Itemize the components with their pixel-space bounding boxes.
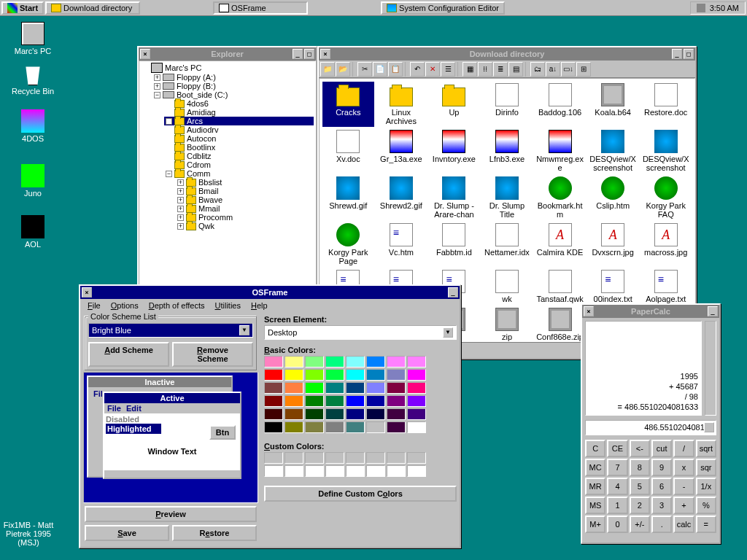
tool-list[interactable]: ≣ <box>493 62 508 77</box>
tree-item[interactable]: +Bbslist <box>176 178 314 187</box>
restore-button[interactable]: Restore <box>172 525 257 541</box>
color-swatch[interactable] <box>346 382 365 394</box>
color-swatch[interactable] <box>325 369 344 381</box>
minimize-icon[interactable]: _ <box>672 49 682 59</box>
color-swatch[interactable] <box>407 395 426 407</box>
calc-btn-1x[interactable]: 1/x <box>696 478 716 495</box>
color-swatch[interactable] <box>285 421 303 433</box>
tree-item[interactable]: Audiodrv <box>164 125 314 134</box>
calc-btn-7[interactable]: 7 <box>607 459 627 476</box>
calc-btn-4[interactable]: 4 <box>607 478 627 495</box>
menu-help[interactable]: Help <box>247 300 272 311</box>
tool-small[interactable]: ⁞⁞ <box>478 62 492 77</box>
color-swatch[interactable] <box>366 356 385 368</box>
file-item[interactable]: Korgy Park FAQ <box>640 175 692 220</box>
calc-btn-sqrt[interactable]: sqrt <box>696 440 716 457</box>
color-swatch[interactable] <box>407 356 426 368</box>
calc-btn-[interactable]: + <box>673 497 694 514</box>
color-swatch[interactable] <box>407 408 426 420</box>
expand-icon[interactable]: + <box>177 197 184 203</box>
file-item[interactable]: ACalmira KDE <box>534 222 586 267</box>
calc-btn-6[interactable]: 6 <box>651 478 672 495</box>
color-swatch[interactable] <box>305 408 324 420</box>
color-swatch[interactable] <box>325 382 344 394</box>
color-swatch[interactable] <box>407 421 426 433</box>
menu-depth[interactable]: Depth of effects <box>144 300 209 311</box>
color-swatch[interactable] <box>325 395 344 407</box>
tool-copy[interactable]: 📄 <box>373 62 387 77</box>
color-swatch[interactable] <box>325 452 344 464</box>
color-swatch[interactable] <box>387 369 406 381</box>
expand-icon[interactable]: + <box>154 83 160 90</box>
taskbar-item-osframe[interactable]: OSFrame <box>213 1 308 15</box>
file-item[interactable]: Nmwmreg.exe <box>534 128 586 174</box>
color-swatch[interactable] <box>305 395 324 407</box>
color-swatch[interactable] <box>305 356 324 368</box>
titlebar-calc[interactable]: × PaperCalc _ <box>582 305 719 318</box>
maximize-icon[interactable]: □ <box>304 49 314 59</box>
taskbar-item-download[interactable]: Download directory <box>45 1 140 15</box>
color-swatch[interactable] <box>366 465 385 477</box>
color-swatch[interactable] <box>387 408 406 420</box>
tree-item[interactable]: +Floppy (A:) <box>152 73 314 82</box>
calc-btn-[interactable]: - <box>673 478 694 495</box>
file-item[interactable]: zip <box>481 306 533 342</box>
minimize-icon[interactable]: _ <box>708 306 718 316</box>
tool-delete[interactable]: ✕ <box>425 62 440 77</box>
tree-item[interactable]: Amidiag <box>164 108 314 117</box>
calc-btn-x[interactable]: x <box>673 459 694 476</box>
file-item[interactable]: Nettamer.idx <box>481 222 533 267</box>
calc-btn-9[interactable]: 9 <box>651 459 672 476</box>
color-swatch[interactable] <box>325 421 344 433</box>
color-swatch[interactable] <box>346 408 365 420</box>
tool-cut[interactable]: ✂ <box>357 62 372 77</box>
titlebar-download[interactable]: × Download directory _ □ <box>319 47 695 61</box>
calc-btn-2[interactable]: 2 <box>630 497 650 514</box>
tree-item[interactable]: Autocon <box>164 134 314 143</box>
calc-btn-sqr[interactable]: sqr <box>696 459 716 476</box>
file-item[interactable]: Dr. Slump Title <box>481 175 533 220</box>
file-item[interactable]: Dr. Slump - Arare-chan <box>428 175 480 220</box>
tree-item[interactable]: +Procomm <box>176 213 314 222</box>
tree-item[interactable]: +Arcs <box>164 117 314 125</box>
file-item[interactable]: Fabbtm.id <box>428 222 480 267</box>
chevron-down-icon[interactable]: ▼ <box>239 325 249 335</box>
expand-icon[interactable]: + <box>177 223 184 230</box>
color-swatch[interactable] <box>264 452 283 464</box>
menu-utilities[interactable]: Utilities <box>211 300 245 311</box>
file-item[interactable]: Shrewd.gif <box>322 175 374 220</box>
color-swatch[interactable] <box>366 421 385 433</box>
taskbar-item-sysconfig[interactable]: System Configuration Editor <box>381 1 505 15</box>
file-item[interactable]: Amacross.jpg <box>640 222 692 267</box>
calc-btn-[interactable]: <- <box>630 440 650 457</box>
color-swatch[interactable] <box>407 369 426 381</box>
screen-element-combo[interactable]: Desktop ▼ <box>264 325 457 340</box>
tree-item[interactable]: Marc's PC <box>141 63 314 73</box>
color-swatch[interactable] <box>305 465 324 477</box>
file-item[interactable]: Xv.doc <box>322 128 374 174</box>
define-custom-button[interactable]: Define Custom Colors <box>264 486 457 502</box>
color-swatch[interactable] <box>346 369 365 381</box>
calc-btn-[interactable]: % <box>696 497 716 514</box>
color-swatch[interactable] <box>366 395 385 407</box>
calc-btn-3[interactable]: 3 <box>651 497 672 514</box>
scheme-combo[interactable]: Bright Blue ▼ <box>88 323 253 338</box>
color-swatch[interactable] <box>407 452 426 464</box>
file-item[interactable]: Tanstaaf.qwk <box>534 268 586 305</box>
tool-sort4[interactable]: ⊞ <box>576 62 591 77</box>
expand-icon[interactable]: + <box>177 214 184 221</box>
file-item[interactable]: Shrewd2.gif <box>376 175 427 220</box>
file-item[interactable]: Korgy Park Page <box>322 222 374 267</box>
tool-large[interactable]: ▦ <box>462 62 477 77</box>
color-swatch[interactable] <box>305 452 324 464</box>
desktop-icon-marc-s-pc[interactable]: Marc's PC <box>7 22 58 55</box>
calc-btn-8[interactable]: 8 <box>630 459 650 476</box>
calc-btn-0[interactable]: 0 <box>607 516 627 533</box>
menu-file[interactable]: File <box>83 300 105 311</box>
color-swatch[interactable] <box>285 395 303 407</box>
file-item[interactable]: Up <box>428 82 480 127</box>
chevron-down-icon[interactable]: ▼ <box>443 327 453 338</box>
color-swatch[interactable] <box>387 395 406 407</box>
tool-properties[interactable]: ☰ <box>441 62 455 77</box>
color-swatch[interactable] <box>387 421 406 433</box>
